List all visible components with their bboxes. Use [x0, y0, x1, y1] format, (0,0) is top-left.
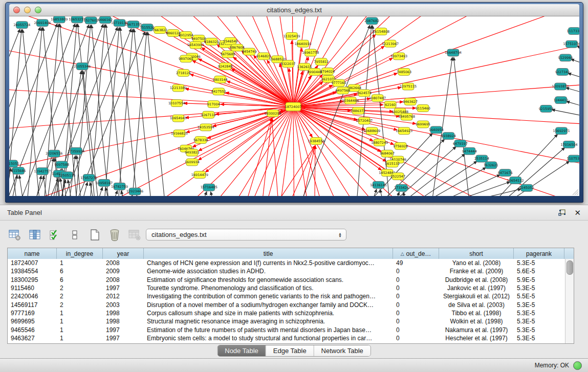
network-node[interactable]: 16654923 — [396, 127, 412, 135]
network-node[interactable]: 14353594 — [198, 124, 214, 131]
network-node[interactable]: 19166825 — [171, 130, 188, 137]
network-node[interactable]: 9756928 — [393, 142, 408, 149]
table-row[interactable]: 1872400712008Changes of HCN gene express… — [8, 259, 565, 267]
network-node[interactable]: 16154808 — [373, 28, 389, 35]
network-node[interactable]: 1733426 — [394, 184, 409, 191]
network-node[interactable]: 9897061 — [179, 55, 193, 62]
network-node[interactable]: 24055724 — [13, 21, 30, 29]
network-node[interactable]: 12213967 — [382, 40, 399, 47]
network-window-titlebar[interactable]: citations_edges.txt — [9, 4, 579, 16]
network-node[interactable]: 9242845 — [218, 63, 233, 70]
network-node[interactable]: 9097588 — [54, 161, 69, 168]
resize-grip[interactable] — [573, 189, 578, 195]
table-row[interactable]: 2242004622012Investigating the contribut… — [8, 292, 565, 300]
network-node[interactable]: 8912954 — [179, 32, 193, 39]
network-node[interactable]: 9115460 — [416, 105, 430, 112]
network-node[interactable]: 15692971 — [553, 127, 570, 135]
tab-node-table[interactable]: Node Table — [217, 345, 266, 356]
network-node[interactable]: 9267110 — [201, 111, 216, 118]
network-node[interactable]: 3624574 — [357, 90, 372, 97]
network-node[interactable]: 16671355 — [125, 21, 142, 28]
network-node[interactable]: 16853809 — [51, 16, 68, 23]
table-row[interactable]: 977716911998Corpus callosum shape and si… — [8, 309, 565, 317]
network-node[interactable]: 9497508 — [191, 35, 206, 42]
network-node[interactable]: 9777169 — [331, 79, 346, 86]
network-node[interactable]: 8454749 — [242, 48, 257, 55]
table-row[interactable]: 1456911722003Disruption of a novel membe… — [8, 300, 565, 309]
network-node[interactable]: 8990448 — [308, 69, 322, 76]
network-node[interactable]: 17359924 — [68, 147, 84, 155]
delete-table-icon[interactable] — [108, 229, 121, 241]
network-node[interactable]: 1527602 — [83, 17, 98, 24]
network-graph[interactable]: 2405572420691406168538091065325715276026… — [9, 16, 579, 196]
network-node[interactable]: 9227342 — [555, 69, 570, 76]
network-node[interactable]: 7515526 — [140, 24, 155, 31]
zoom-window-button[interactable] — [35, 7, 41, 13]
network-node[interactable]: 9699695 — [416, 121, 430, 128]
network-node[interactable]: 16782759 — [111, 183, 128, 190]
network-node[interactable]: 20206516 — [46, 150, 62, 157]
network-node[interactable]: 9245052 — [519, 184, 534, 191]
network-node[interactable]: 16648794 — [445, 49, 462, 56]
network-node[interactable]: 1107533 — [567, 155, 579, 162]
network-node[interactable]: 7632621 — [484, 162, 498, 169]
network-node[interactable]: 6479197 — [453, 140, 468, 147]
network-node[interactable]: 1117334 — [567, 28, 579, 35]
table-selector-dropdown[interactable]: citations_edges.txt ▲▼ — [146, 229, 346, 240]
network-node[interactable]: 17016504 — [561, 141, 578, 148]
network-node[interactable]: 8186323 — [204, 38, 219, 45]
network-node[interactable]: 1546549 — [223, 37, 238, 45]
network-node[interactable]: 1615132 — [385, 160, 400, 167]
network-node[interactable]: 10958167 — [96, 179, 113, 186]
network-node[interactable]: 18640910 — [294, 40, 311, 47]
table-row[interactable]: 969969511998Structural magnetic resonanc… — [8, 317, 565, 325]
minimize-window-button[interactable] — [24, 7, 31, 13]
network-node[interactable]: 10654112 — [507, 177, 524, 184]
network-node[interactable]: 20691406 — [34, 19, 51, 27]
network-node[interactable]: 12213389 — [170, 84, 187, 92]
network-node[interactable]: 10688609 — [363, 127, 380, 135]
network-node[interactable]: 15751074 — [563, 40, 579, 48]
network-node[interactable]: 917004 — [207, 101, 220, 108]
close-panel-icon[interactable]: ✕ — [574, 209, 581, 216]
network-node[interactable]: 1244412 — [554, 97, 569, 104]
network-node[interactable]: 1640954 — [429, 126, 444, 134]
network-node[interactable]: 18495768 — [398, 113, 415, 120]
network-node[interactable]: 21055346 — [74, 63, 91, 70]
network-node[interactable]: 6794024 — [320, 68, 335, 75]
network-node[interactable]: 10654943 — [170, 115, 187, 122]
network-node[interactable]: 8427552 — [211, 88, 226, 95]
network-node[interactable]: 6497568 — [335, 87, 350, 94]
network-node[interactable]: 18300295 — [265, 110, 281, 117]
table-row[interactable]: 946362711997Embryonic stem cells: a mode… — [8, 334, 565, 342]
network-node[interactable]: 1115686 — [11, 167, 26, 174]
network-node[interactable]: 17957272 — [80, 174, 97, 182]
network-node[interactable]: 7955812 — [314, 58, 329, 65]
network-node[interactable]: 12942757 — [34, 168, 51, 175]
table-row[interactable]: 1830029562008Estimation of significance … — [8, 276, 565, 284]
network-node[interactable]: 9493822 — [185, 149, 200, 156]
column-header-pagerank[interactable]: pagerank — [514, 248, 564, 259]
network-node[interactable]: 12923446 — [126, 188, 143, 195]
network-node[interactable]: 9146821 — [256, 53, 271, 60]
network-node[interactable]: 20364486 — [342, 97, 359, 104]
float-panel-icon[interactable] — [558, 209, 566, 216]
network-node[interactable]: 2803144 — [213, 76, 228, 83]
network-node[interactable]: 18724007 — [285, 102, 302, 111]
tab-network-table[interactable]: Network Table — [314, 345, 371, 356]
network-node[interactable]: 8471676 — [498, 169, 513, 177]
network-node[interactable]: 1609934 — [185, 159, 200, 166]
network-node[interactable]: 2087682 — [364, 17, 379, 25]
network-node[interactable]: 9684067 — [380, 150, 395, 157]
network-node[interactable]: 19384554 — [308, 138, 324, 145]
column-header-year[interactable]: year — [103, 248, 144, 259]
network-node[interactable]: 9474444 — [462, 147, 477, 155]
network-node[interactable]: 62160 — [384, 101, 396, 108]
table-settings-icon[interactable] — [8, 229, 21, 241]
network-node[interactable]: 7886372 — [351, 107, 365, 114]
table-row[interactable]: 1938455462009Genome-wide association stu… — [8, 267, 565, 275]
network-node[interactable]: 2522547 — [390, 173, 405, 180]
column-header-out_de[interactable]: △out_de… — [393, 248, 439, 259]
network-node[interactable]: 7485063 — [397, 69, 411, 76]
column-selector-icon[interactable] — [28, 229, 41, 241]
